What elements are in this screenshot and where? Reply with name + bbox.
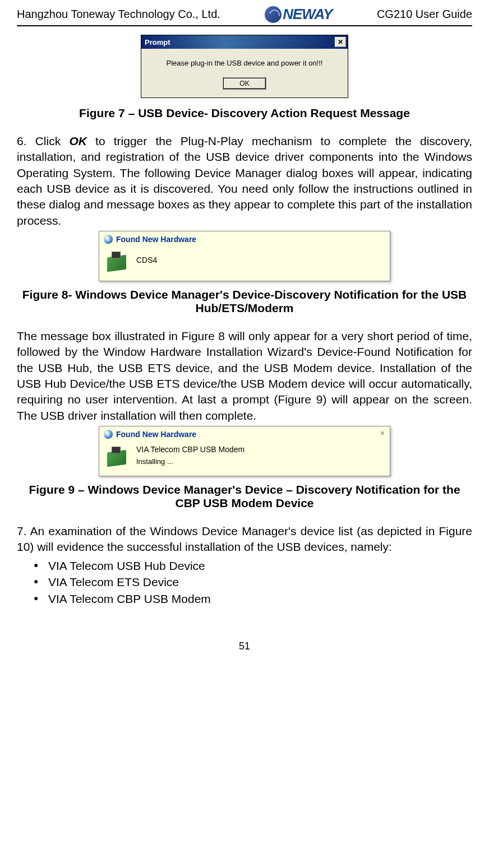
close-icon[interactable]: × (379, 430, 386, 438)
found-hw1-title: Found New Hardware (116, 235, 196, 244)
close-icon[interactable]: ✕ (335, 37, 346, 47)
page-number: 51 (17, 640, 472, 652)
list-item: VIA Telecom ETS Device (34, 574, 472, 590)
ok-button-focus-ring: OK (223, 77, 266, 90)
device-bullet-list: VIA Telecom USB Hub Device VIA Telecom E… (17, 558, 472, 607)
hardware-board-icon (106, 443, 130, 467)
dialog-message: Please plug-in the USB device and power … (149, 59, 340, 67)
logo-text: NEWAY (283, 6, 332, 23)
found-hw2-body: VIA Telecom CBP USB Modem Installing ... (99, 440, 390, 476)
company-logo: NEWAY (265, 6, 332, 23)
step6-paragraph: 6. Click OK to trigger the Plug-N-Play m… (17, 133, 472, 229)
logo-globe-icon (265, 6, 282, 23)
found-new-hardware-tooltip-1: Found New Hardware CDS4 (99, 231, 390, 281)
list-item: VIA Telecom USB Hub Device (34, 558, 472, 574)
doc-title: CG210 User Guide (377, 8, 472, 21)
list-item: VIA Telecom CBP USB Modem (34, 591, 472, 607)
found-hw2-title: Found New Hardware (116, 430, 196, 439)
found-hw1-device: CDS4 (136, 256, 157, 264)
prompt-dialog: Prompt ✕ Please plug-in the USB device a… (141, 35, 348, 98)
company-name: Hangzhou Toneway Technology Co., Ltd. (17, 8, 220, 21)
found-hw1-body: CDS4 (99, 245, 390, 281)
step7-paragraph: 7. An examination of the Windows Device … (17, 523, 472, 555)
ok-reference: OK (69, 134, 87, 147)
found-hw1-titlebar: Found New Hardware (99, 231, 390, 245)
dialog-title: Prompt (145, 38, 170, 47)
found-hw2-titlebar: Found New Hardware (99, 426, 390, 440)
step6-rest: to trigger the Plug-N-Play mechanism to … (17, 134, 472, 227)
figure8-caption: Figure 8- Windows Device Manager's Devic… (17, 288, 472, 315)
info-icon (104, 235, 113, 244)
found-new-hardware-tooltip-2: × Found New Hardware VIA Telecom CBP USB… (99, 426, 390, 476)
step6-prefix: 6. Click (17, 134, 69, 147)
hardware-board-icon (106, 248, 130, 272)
found-hw2-status: Installing ... (136, 457, 245, 466)
ok-button[interactable]: OK (223, 78, 265, 89)
figure8-paragraph: The message box illustrated in Figure 8 … (17, 328, 472, 424)
dialog-titlebar: Prompt ✕ (141, 35, 348, 49)
found-hw2-device: VIA Telecom CBP USB Modem (136, 445, 245, 454)
info-icon (104, 430, 113, 439)
dialog-body: Please plug-in the USB device and power … (141, 49, 348, 98)
page-header: Hangzhou Toneway Technology Co., Ltd. NE… (17, 6, 472, 26)
figure9-caption: Figure 9 – Windows Device Manager's Devi… (17, 483, 472, 510)
figure7-caption: Figure 7 – USB Device- Discovery Action … (17, 106, 472, 120)
